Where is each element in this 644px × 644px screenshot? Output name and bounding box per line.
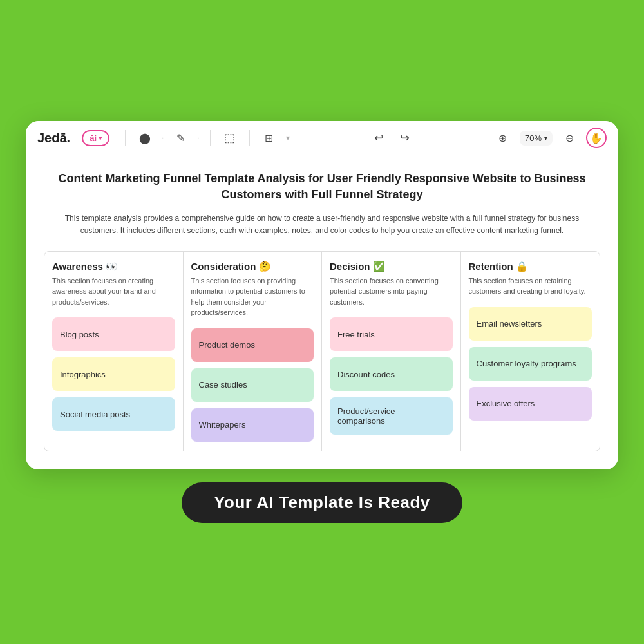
select-tool[interactable]: ⬚ [221, 129, 239, 147]
card-whitepapers[interactable]: Whitepapers [191, 408, 314, 442]
awareness-title: Awareness 👀 [52, 261, 175, 272]
card-infographics[interactable]: Infographics [52, 357, 175, 391]
card-product-comparisons[interactable]: Product/service comparisons [330, 397, 453, 435]
card-discount-codes[interactable]: Discount codes [330, 357, 453, 391]
divider-1 [125, 130, 126, 146]
retention-desc: This section focuses on retaining custom… [469, 276, 592, 297]
decision-header: Decision ✅ This section focuses on conve… [330, 261, 453, 308]
canvas-area: Content Marketing Funnel Template Analys… [26, 155, 618, 469]
doc-title: Content Marketing Funnel Template Analys… [44, 171, 600, 203]
consideration-title: Consideration 🤔 [191, 261, 314, 272]
card-case-studies[interactable]: Case studies [191, 368, 314, 402]
consideration-header: Consideration 🤔 This section focuses on … [191, 261, 314, 318]
frame-tool[interactable]: ⊞ [260, 129, 278, 147]
card-product-demos[interactable]: Product demos [191, 328, 314, 362]
logo: Jedā. [37, 131, 70, 146]
toolbar: Jedā. āi ▾ ⬤ · ✎ · ⬚ ⊞ ▾ ↩ ↪ ⊕ 70% ▾ ⊖ [26, 121, 618, 155]
card-free-trials[interactable]: Free trials [330, 317, 453, 351]
bottom-banner: Your AI Template Is Ready [182, 482, 462, 523]
zoom-level: 70% [525, 133, 542, 143]
card-email-newsletters[interactable]: Email newsletters [469, 307, 592, 341]
col-decision: Decision ✅ This section focuses on conve… [322, 252, 461, 451]
divider-2 [210, 130, 211, 146]
zoom-control[interactable]: 70% ▾ [520, 131, 553, 146]
pen-tool[interactable]: ✎ [171, 129, 189, 147]
doc-subtitle: This template analysis provides a compre… [58, 213, 586, 237]
card-loyalty-programs[interactable]: Customer loyalty programs [469, 347, 592, 381]
app-window: Jedā. āi ▾ ⬤ · ✎ · ⬚ ⊞ ▾ ↩ ↪ ⊕ 70% ▾ ⊖ [26, 121, 618, 469]
divider-3 [249, 130, 250, 146]
retention-header: Retention 🔒 This section focuses on reta… [469, 261, 592, 297]
decision-desc: This section focuses on converting poten… [330, 276, 453, 308]
consideration-desc: This section focuses on providing inform… [191, 276, 314, 318]
awareness-header: Awareness 👀 This section focuses on crea… [52, 261, 175, 308]
col-retention: Retention 🔒 This section focuses on reta… [461, 252, 600, 451]
retention-title: Retention 🔒 [469, 261, 592, 272]
col-awareness: Awareness 👀 This section focuses on crea… [44, 252, 184, 451]
outer-wrapper: Jedā. āi ▾ ⬤ · ✎ · ⬚ ⊞ ▾ ↩ ↪ ⊕ 70% ▾ ⊖ [26, 121, 618, 523]
shape-tool[interactable]: ⬤ [136, 129, 154, 147]
col-consideration: Consideration 🤔 This section focuses on … [184, 252, 323, 451]
zoom-out-button[interactable]: ⊖ [560, 129, 578, 147]
zoom-in-button[interactable]: ⊕ [494, 129, 512, 147]
card-blog-posts[interactable]: Blog posts [52, 317, 175, 351]
decision-title: Decision ✅ [330, 261, 453, 272]
redo-button[interactable]: ↪ [395, 129, 413, 147]
funnel-grid: Awareness 👀 This section focuses on crea… [44, 251, 600, 451]
ai-badge[interactable]: āi ▾ [82, 130, 109, 146]
hand-tool[interactable]: ✋ [586, 128, 607, 148]
card-social-media[interactable]: Social media posts [52, 397, 175, 431]
card-exclusive-offers[interactable]: Exclusive offers [469, 387, 592, 421]
awareness-desc: This section focuses on creating awarene… [52, 276, 175, 308]
banner-text: Your AI Template Is Ready [214, 493, 430, 513]
undo-button[interactable]: ↩ [370, 129, 388, 147]
